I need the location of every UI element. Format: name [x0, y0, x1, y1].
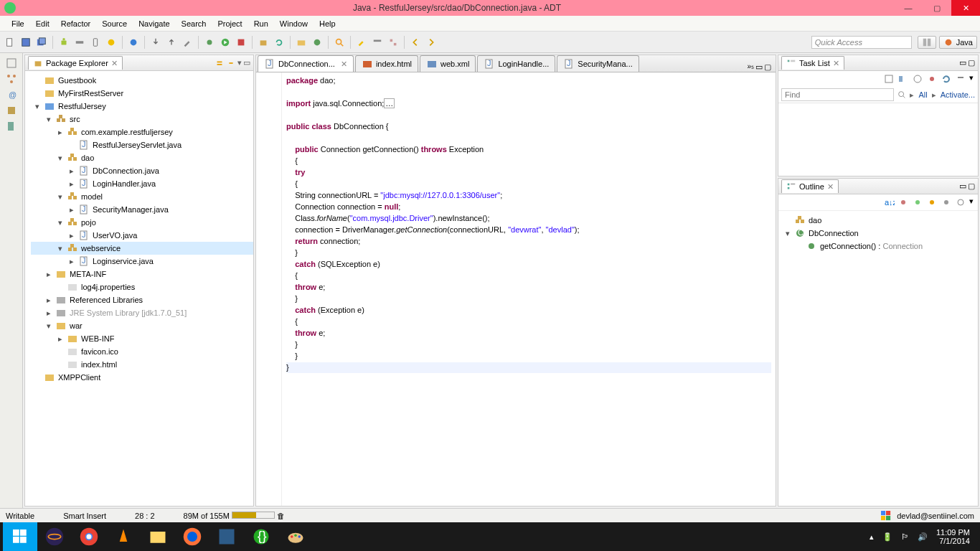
quick-access-input[interactable]: Quick Access — [811, 36, 912, 49]
tray-action-icon[interactable]: 🏳 — [901, 532, 909, 541]
close-tab-icon[interactable]: ✕ — [341, 60, 347, 69]
close-button[interactable]: ✕ — [951, 0, 980, 16]
focus-icon[interactable] — [926, 73, 938, 85]
restore-icon[interactable] — [6, 57, 17, 69]
tree-node[interactable]: ▸META-INF — [31, 268, 253, 281]
minimize-outline-icon[interactable]: ▭ — [959, 182, 966, 191]
gc-icon[interactable]: 🗑 — [277, 512, 285, 520]
tree-node[interactable]: ▸JRE System Library [jdk1.7.0_51] — [31, 306, 253, 319]
android-icon[interactable] — [57, 35, 71, 50]
tree-node[interactable]: MyFirstRestServer — [31, 87, 253, 100]
save-icon[interactable] — [19, 35, 33, 50]
tray-volume-icon[interactable]: 🔊 — [918, 532, 928, 542]
menu-help[interactable]: Help — [314, 18, 341, 29]
tree-twisty-icon[interactable]: ▸ — [45, 296, 52, 303]
editor-tab[interactable]: index.html — [355, 55, 418, 72]
open-perspective-button[interactable] — [918, 36, 936, 49]
tree-twisty-icon[interactable]: ▸ — [68, 206, 75, 213]
tree-twisty-icon[interactable] — [34, 374, 41, 381]
forward-icon[interactable] — [424, 35, 438, 50]
tree-twisty-icon[interactable]: ▸ — [68, 232, 75, 239]
new-task-icon[interactable] — [883, 73, 895, 85]
vlc-taskbar-icon[interactable] — [106, 522, 141, 551]
minimize-editor-icon[interactable]: ▭ — [755, 62, 763, 72]
editor-tab[interactable]: JDbConnection...✕ — [258, 55, 354, 72]
tasklist-menu-icon[interactable]: ▾ — [969, 73, 974, 85]
tree-twisty-icon[interactable]: ▸ — [45, 309, 52, 316]
tree-twisty-icon[interactable]: ▸ — [57, 335, 64, 342]
device-icon[interactable] — [88, 35, 103, 50]
tree-twisty-icon[interactable]: ▾ — [45, 116, 52, 123]
tree-node[interactable]: ▸com.example.restfuljersey — [31, 126, 253, 138]
sdk-icon[interactable] — [72, 35, 87, 50]
tree-node[interactable]: ▾webservice — [31, 242, 253, 255]
outline-node[interactable]: ▾CDbConnection — [784, 227, 975, 240]
tree-node[interactable]: favicon.ico — [31, 345, 253, 358]
minimize-button[interactable]: — — [894, 0, 923, 16]
java-perspective-button[interactable]: Java — [939, 36, 977, 49]
tree-node[interactable]: ▸JDbConnection.java — [31, 164, 253, 177]
menu-run[interactable]: Run — [248, 18, 274, 29]
task-all-link[interactable]: All — [918, 90, 927, 99]
task-activate-link[interactable]: Activate... — [941, 90, 975, 99]
tree-node[interactable]: ▸JUserVO.java — [31, 229, 253, 242]
schedule-icon[interactable] — [912, 73, 923, 85]
minimize-view-icon[interactable]: ▭ — [243, 58, 250, 67]
tree-twisty-icon[interactable]: ▾ — [45, 322, 52, 329]
menu-window[interactable]: Window — [274, 18, 314, 29]
start-button[interactable] — [3, 522, 37, 551]
new-class-icon[interactable] — [310, 35, 324, 50]
collapse-tasks-icon[interactable] — [955, 73, 966, 85]
task-find-input[interactable] — [781, 88, 894, 101]
hierarchy-icon[interactable] — [6, 73, 17, 85]
sort-icon[interactable]: a↓z — [883, 197, 895, 208]
eclipse-taskbar-icon[interactable] — [37, 522, 72, 551]
tree-node[interactable]: log4j.properties — [31, 281, 253, 293]
declaration-icon[interactable] — [6, 105, 17, 116]
debug-icon[interactable] — [202, 35, 217, 50]
close-tasklist-icon[interactable]: ✕ — [833, 59, 839, 68]
maximize-outline-icon[interactable]: ▢ — [968, 182, 975, 191]
export-icon[interactable] — [149, 35, 163, 50]
run-icon[interactable] — [218, 35, 232, 50]
new-package-icon[interactable] — [256, 35, 270, 50]
menu-search[interactable]: Search — [176, 18, 212, 29]
tree-twisty-icon[interactable] — [34, 77, 41, 84]
outline-node[interactable]: getConnection() : Connection — [784, 240, 975, 253]
tree-node[interactable]: ▾dao — [31, 151, 253, 164]
snippets-icon[interactable] — [6, 121, 17, 132]
tree-node[interactable]: ▾war — [31, 319, 253, 332]
refresh-icon[interactable] — [272, 35, 286, 50]
hide-local-icon[interactable] — [941, 197, 952, 208]
tree-twisty-icon[interactable] — [68, 141, 75, 149]
menu-edit[interactable]: Edit — [30, 18, 55, 29]
highlight-icon[interactable] — [354, 35, 369, 50]
search-icon[interactable] — [332, 35, 347, 50]
outline-node[interactable]: dao — [784, 214, 975, 227]
minimize-tasklist-icon[interactable]: ▭ — [959, 58, 966, 67]
javadoc-icon[interactable]: @ — [6, 89, 17, 100]
code-editor[interactable]: package dao; import java.sql.Connection;… — [282, 72, 776, 506]
hide-fields-icon[interactable] — [897, 197, 909, 208]
tree-node[interactable]: ▸JSecurityManager.java — [31, 203, 253, 216]
menu-file[interactable]: File — [6, 18, 30, 29]
tree-node[interactable]: ▾model — [31, 190, 253, 203]
tree-node[interactable]: ▾src — [31, 113, 253, 126]
mark-occurrences-icon[interactable] — [386, 35, 400, 50]
tree-node[interactable]: JRestfulJerseyServlet.java — [31, 138, 253, 151]
show-list-icon[interactable]: »₅ — [747, 62, 754, 72]
menu-project[interactable]: Project — [212, 18, 248, 29]
tree-twisty-icon[interactable]: ▾ — [57, 154, 64, 161]
tree-twisty-icon[interactable]: ▾ — [57, 245, 64, 252]
import-icon[interactable] — [164, 35, 179, 50]
toggle-breadcrumb-icon[interactable] — [370, 35, 385, 50]
tree-twisty-icon[interactable] — [57, 283, 64, 291]
tray-power-icon[interactable]: 🔋 — [882, 532, 892, 542]
task-list-tab[interactable]: Task List ✕ — [781, 56, 844, 70]
tray-clock[interactable]: 11:09 PM7/1/2014 — [936, 528, 970, 545]
link-editor-icon[interactable] — [226, 58, 236, 68]
tree-twisty-icon[interactable] — [57, 348, 64, 355]
outline-tab[interactable]: Outline ✕ — [781, 179, 839, 193]
package-explorer-tab[interactable]: Package Explorer ✕ — [28, 56, 123, 70]
focus-task-icon[interactable] — [955, 197, 966, 208]
